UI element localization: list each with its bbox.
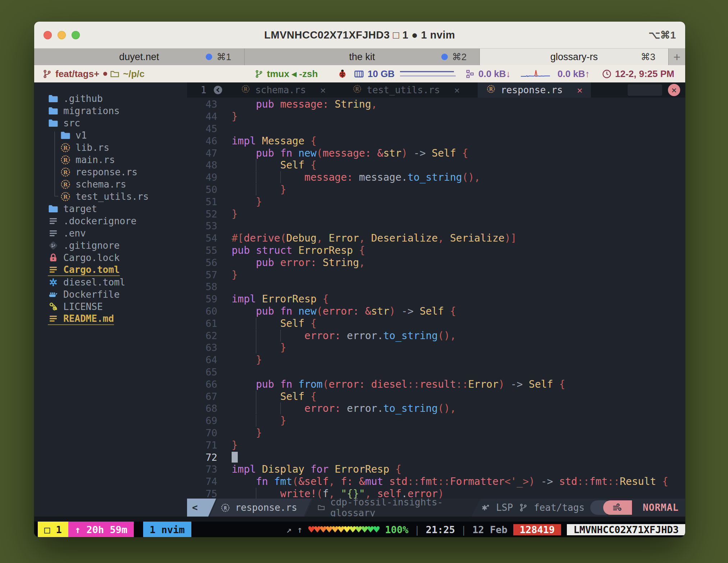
close-buffer-icon[interactable]: ✕: [454, 85, 460, 95]
network-down-indicator[interactable]: 0.0 kB↓: [465, 68, 511, 80]
code-line-63[interactable]: 63 }: [187, 342, 685, 354]
code-line-43[interactable]: 43 pub message: String,: [187, 98, 685, 111]
tree-item--dockerignore[interactable]: .dockerignore: [34, 215, 187, 227]
tree-item-schema-rs[interactable]: Rschema.rs: [34, 178, 187, 190]
code-line-68[interactable]: 68 error: error.to_string(),: [187, 402, 685, 415]
code-line-73[interactable]: 73impl Display for ErrorResp {: [187, 463, 685, 476]
close-window-button[interactable]: [44, 31, 52, 39]
macos-tab-duyet-net[interactable]: duyet.net⌘1: [34, 49, 245, 65]
code-line-58[interactable]: 58: [187, 281, 685, 293]
code-line-51[interactable]: 51 }: [187, 195, 685, 208]
lsp-label[interactable]: LSP: [496, 502, 513, 513]
tree-item-migrations[interactable]: migrations: [34, 105, 187, 117]
code-line-55[interactable]: 55pub struct ErrorResp {: [187, 244, 685, 257]
code-token: :: [365, 147, 377, 159]
history-back-icon[interactable]: [213, 85, 223, 95]
tree-item-LICENSE[interactable]: LICENSE: [34, 301, 187, 313]
tree-item-README-md[interactable]: README.md: [34, 313, 187, 325]
code-line-61[interactable]: 61 Self {: [187, 317, 685, 329]
code-line-59[interactable]: 59impl ErrorResp {: [187, 293, 685, 305]
macos-tab-glossary-rs[interactable]: glossary-rs⌘3: [480, 49, 669, 65]
code-line-62[interactable]: 62 error: error.to_string(),: [187, 329, 685, 342]
code-line-49[interactable]: 49 message: message.to_string(),: [187, 171, 685, 184]
code-line-56[interactable]: 56 pub error: String,: [187, 256, 685, 269]
git-branch-indicator[interactable]: feat/tags+: [42, 68, 107, 80]
tree-item-Cargo-toml[interactable]: Cargo.toml: [34, 264, 187, 276]
code-line-57[interactable]: 57}: [187, 269, 685, 281]
code-token: Display: [262, 463, 310, 475]
code-token: self: [304, 476, 328, 487]
code-line-74[interactable]: 74 fn fmt(&self, f: &mut std::fmt::Forma…: [187, 476, 685, 488]
tree-item-test-utils-rs[interactable]: Rtest_utils.rs: [34, 190, 187, 203]
minimize-window-button[interactable]: [58, 31, 66, 39]
close-buffer-icon[interactable]: ✕: [577, 85, 582, 95]
bug-indicator[interactable]: [337, 68, 348, 79]
fileyellow-icon: [48, 313, 59, 324]
tree-item-label: LICENSE: [63, 301, 103, 312]
code-line-53[interactable]: 53: [187, 220, 685, 232]
code-line-70[interactable]: 70 }: [187, 427, 685, 439]
clock-indicator[interactable]: 12-2, 9:25 PM: [602, 68, 674, 80]
buffer-tab-response-rs[interactable]: Rresponse.rs✕: [478, 82, 591, 98]
code-token: pub: [256, 147, 280, 159]
code-line-52[interactable]: 52}: [187, 208, 685, 220]
cwd-indicator[interactable]: ~/p/c: [110, 68, 145, 80]
code-line-69[interactable]: 69 }: [187, 415, 685, 427]
buffer-tab-test-utils-rs[interactable]: Rtest_utils.rs✕: [344, 82, 469, 98]
tree-item-Dockerfile[interactable]: Dockerfile: [34, 288, 187, 301]
close-buffer-icon[interactable]: ✕: [320, 85, 326, 95]
tmux-session-name[interactable]: 1 nvim: [143, 522, 191, 537]
tmux-window-index[interactable]: □ 1: [38, 522, 68, 537]
code-line-65[interactable]: 65: [187, 366, 685, 378]
tree-item--gitignore[interactable]: .gitignore: [34, 239, 187, 252]
code-line-75[interactable]: 75 write!(f, "{}", self.error): [187, 488, 685, 499]
tree-item-diesel-toml[interactable]: diesel.toml: [34, 276, 187, 288]
code-line-50[interactable]: 50 }: [187, 184, 685, 196]
macos-tab-the-kit[interactable]: the kit⌘2: [245, 49, 480, 65]
code-line-60[interactable]: 60 pub fn new(error: &str) -> Self {: [187, 305, 685, 317]
buffer-tab-schema-rs[interactable]: Rschema.rs✕: [232, 82, 335, 98]
indent-guide: [256, 184, 280, 195]
new-tab-button[interactable]: +: [669, 49, 685, 65]
tree-item--env[interactable]: .env: [34, 227, 187, 239]
tree-item-v1[interactable]: v1: [34, 129, 187, 141]
statusline-file-segment[interactable]: R response.rs: [210, 499, 311, 517]
tree-item-lib-rs[interactable]: Rlib.rs: [34, 141, 187, 154]
tree-item-main-rs[interactable]: Rmain.rs: [34, 154, 187, 166]
code-token: error: [280, 257, 310, 269]
statusline-branch-label[interactable]: feat/tags: [534, 502, 584, 513]
code-line-45[interactable]: 45: [187, 123, 685, 135]
tree-item--github[interactable]: .github: [34, 93, 187, 105]
statusline-project-segment[interactable]: cdp-fossil-insights-glossary: [305, 499, 481, 517]
code-line-66[interactable]: 66 pub fn from(error: diesel::result::Er…: [187, 378, 685, 390]
zoom-window-button[interactable]: [72, 31, 80, 39]
tree-item-src[interactable]: src: [34, 117, 187, 129]
network-up-indicator[interactable]: 0.0 kB↑: [558, 68, 590, 80]
code-line-67[interactable]: 67 Self {: [187, 390, 685, 402]
tree-item-response-rs[interactable]: Rresponse.rs: [34, 166, 187, 178]
tree-item-target[interactable]: target: [34, 203, 187, 215]
code-line-71[interactable]: 71}: [187, 439, 685, 451]
code-line-54[interactable]: 54#[derive(Debug, Error, Deserialize, Se…: [187, 232, 685, 244]
code-area[interactable]: 43 pub message: String,44}4546impl Messa…: [187, 98, 685, 499]
tmux-uptime: ↑ 20h 59m: [68, 522, 134, 537]
code-line-44[interactable]: 44}: [187, 111, 685, 123]
code-token: fmt: [590, 476, 608, 487]
heart-icon: ♥: [356, 523, 361, 536]
tree-item-label: .env: [63, 228, 86, 239]
close-all-buffers-button[interactable]: ✕: [668, 84, 680, 96]
code-line-46[interactable]: 46impl Message {: [187, 135, 685, 147]
window-titlebar[interactable]: LMVNHCC02X71XFJHD3 □ 1 ● 1 nvim ⌥⌘1: [34, 22, 685, 49]
code-token: to_string: [383, 402, 438, 414]
memory-indicator[interactable]: 10 GB: [354, 68, 454, 80]
code-line-48[interactable]: 48 Self {: [187, 159, 685, 171]
code-token: ErrorResp: [335, 463, 396, 475]
tmux-session-indicator[interactable]: tmux ◂ -zsh: [254, 68, 318, 80]
tree-item-label: Dockerfile: [63, 289, 120, 300]
code-line-content: pub struct ErrorResp {: [232, 244, 365, 256]
code-line-72[interactable]: 72: [187, 451, 685, 463]
code-token: pub: [256, 98, 280, 110]
tree-item-Cargo-lock[interactable]: Cargo.lock: [34, 252, 187, 264]
code-line-64[interactable]: 64 }: [187, 354, 685, 366]
code-line-47[interactable]: 47 pub fn new(message: &str) -> Self {: [187, 147, 685, 159]
